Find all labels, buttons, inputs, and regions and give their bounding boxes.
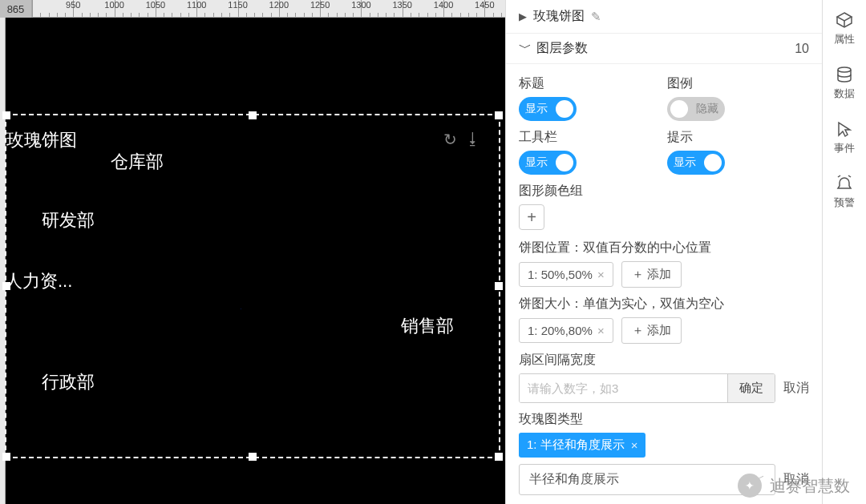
ruler-origin: 865 [0,0,32,18]
add-color-button[interactable]: + [519,204,544,230]
section-title: 图层参数 [536,40,588,57]
label-sector-gap: 扇区间隔宽度 [519,352,809,369]
cursor-icon [836,120,853,138]
label-legend: 图例 [667,75,809,92]
label-color-group: 图形颜色组 [519,183,809,200]
chevron-down-icon: ﹀ [752,471,765,488]
resize-handle[interactable] [2,453,10,461]
resize-handle[interactable] [495,282,503,290]
resize-handle[interactable] [249,453,257,461]
section-count: 10 [795,42,809,56]
tab-alert[interactable]: 预警 [823,163,866,218]
gap-input-group: 确定 [519,373,775,403]
close-icon[interactable]: × [631,438,638,452]
tab-data[interactable]: 数据 [823,54,866,109]
label-pie-position: 饼图位置：双值百分数的中心位置 [519,240,809,256]
tab-attributes[interactable]: 属性 [823,0,866,54]
label-pie-size: 饼图大小：单值为实心，双值为空心 [519,296,809,312]
svg-marker-1 [837,13,852,21]
ruler-horizontal: 9501000105011001150120012501300135014001… [32,0,505,18]
chevron-right-icon[interactable]: ▶ [519,10,527,22]
edit-icon[interactable]: ✎ [591,10,601,24]
svg-point-3 [838,67,851,72]
section-header[interactable]: ﹀ 图层参数 10 [506,33,822,64]
database-icon [836,66,853,83]
gap-input[interactable] [520,374,727,402]
toggle-legend[interactable]: 隐藏 [667,97,725,121]
add-position-button[interactable]: ＋ 添加 [621,261,682,288]
stage[interactable]: ↻ ⭳ 玫瑰饼图 销售部 行政部 人力资... 研发部 仓库部 [0,18,505,504]
resize-handle[interactable] [249,111,257,119]
close-icon[interactable]: × [597,324,605,337]
chevron-down-icon: ﹀ [519,40,532,57]
toggle-tooltip[interactable]: 显示 [667,151,725,175]
cancel-link[interactable]: 取消 [783,380,809,397]
toggle-toolbar[interactable]: 显示 [519,151,577,175]
panel-title-row: ▶ 玫瑰饼图 ✎ [506,0,822,33]
tag-position[interactable]: 1: 50%,50%× [519,262,613,287]
tab-event[interactable]: 事件 [823,109,866,163]
cancel-link[interactable]: 取消 [783,471,809,488]
selection-box[interactable] [5,114,500,458]
svg-line-5 [848,175,851,177]
ruler: 865 950100010501100115012001250130013501… [0,0,505,18]
tag-rose-type[interactable]: 1: 半径和角度展示× [519,433,645,458]
toggle-title[interactable]: 显示 [519,97,577,121]
close-icon[interactable]: × [597,268,605,281]
label-rose-type: 玫瑰图类型 [519,411,809,428]
canvas-area: 865 950100010501100115012001250130013501… [0,0,505,504]
resize-handle[interactable] [495,111,503,119]
label-title: 标题 [519,75,661,92]
right-tab-strip: 属性 数据 事件 预警 [822,0,866,504]
panel-body: 标题 显示 图例 隐藏 工具栏 显示 提示 显示 图形颜色组 + 饼图位置：双值… [506,64,822,504]
label-tooltip: 提示 [667,129,809,146]
tag-size[interactable]: 1: 20%,80%× [519,318,613,343]
alarm-icon [836,175,853,192]
resize-handle[interactable] [495,453,503,461]
properties-panel: ▶ 玫瑰饼图 ✎ ﹀ 图层参数 10 标题 显示 图例 隐藏 工具栏 显示 [505,0,822,504]
resize-handle[interactable] [2,282,10,290]
confirm-button[interactable]: 确定 [727,374,775,402]
panel-name: 玫瑰饼图 [533,8,585,25]
svg-line-4 [838,175,840,177]
rose-type-select[interactable]: 半径和角度展示 ﹀ [519,464,775,495]
resize-handle[interactable] [2,111,10,119]
add-size-button[interactable]: ＋ 添加 [621,317,682,344]
cube-icon [836,11,853,29]
label-toolbar: 工具栏 [519,129,661,146]
